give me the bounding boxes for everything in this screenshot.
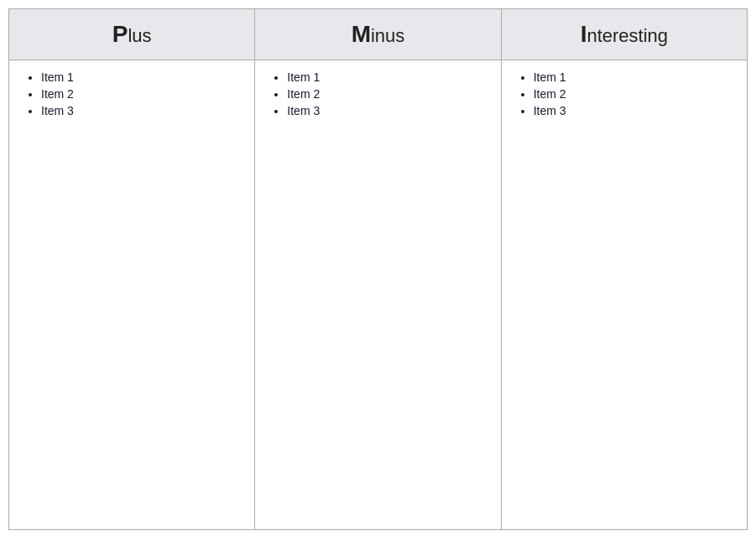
interesting-rest: nteresting: [587, 25, 668, 46]
plus-first-letter: P: [112, 21, 128, 47]
list-item: Item 3: [41, 104, 237, 117]
interesting-header: Interesting: [501, 9, 747, 60]
interesting-list: Item 1 Item 2 Item 3: [519, 70, 730, 117]
pmi-table: Plus Minus Interesting Item 1 Item 2 Ite…: [8, 8, 748, 530]
list-item: Item 3: [287, 104, 483, 117]
plus-list: Item 1 Item 2 Item 3: [26, 70, 237, 117]
minus-rest: inus: [371, 25, 404, 46]
list-item: Item 2: [41, 87, 237, 101]
list-item: Item 2: [534, 87, 730, 101]
list-item: Item 3: [534, 104, 730, 117]
interesting-cell: Item 1 Item 2 Item 3: [501, 60, 747, 530]
minus-cell: Item 1 Item 2 Item 3: [255, 60, 501, 530]
minus-first-letter: M: [352, 21, 371, 47]
list-item: Item 1: [41, 70, 237, 84]
list-item: Item 1: [287, 70, 483, 84]
minus-header: Minus: [255, 9, 501, 60]
plus-cell: Item 1 Item 2 Item 3: [9, 60, 255, 530]
list-item: Item 1: [534, 70, 730, 84]
plus-header: Plus: [9, 9, 255, 60]
plus-rest: lus: [128, 25, 151, 46]
minus-list: Item 1 Item 2 Item 3: [272, 70, 483, 117]
list-item: Item 2: [287, 87, 483, 101]
